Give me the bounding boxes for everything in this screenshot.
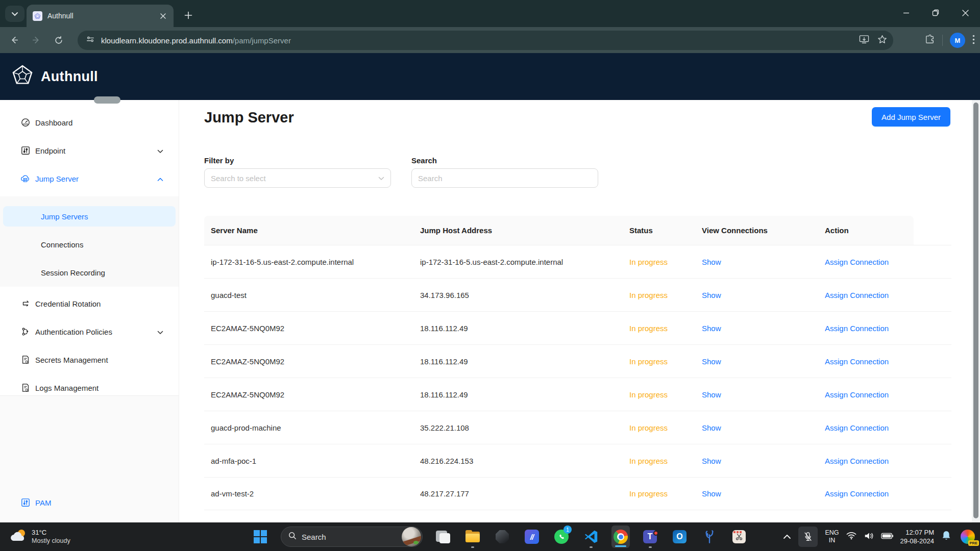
cell-jump-host-address: 48.216.224.153 [420,457,629,465]
file-protect-icon [20,355,30,365]
filter-by-label: Filter by [204,156,234,165]
show-connections-link[interactable]: Show [702,258,721,266]
browser-tab[interactable]: Authnull [27,5,174,27]
slash-app-icon[interactable]: // [523,524,541,549]
filter-select-placeholder: Search to select [211,174,378,183]
vscode-icon[interactable] [582,524,600,549]
battery-icon[interactable] [881,532,893,541]
show-connections-link[interactable]: Show [702,291,721,299]
tab-close-icon[interactable] [157,10,168,21]
sidebar-item-authentication-policies[interactable]: Authentication Policies [0,321,179,342]
sidebar-item-session-recording[interactable]: Session Recording [0,262,179,283]
language-line1: ENG [825,529,839,537]
cell-jump-host-address: 18.116.112.49 [420,390,629,399]
volume-icon[interactable] [864,532,874,542]
assign-connection-link[interactable]: Assign Connection [825,390,889,399]
coral-app-icon[interactable] [700,524,719,549]
sidebar-item-endpoint[interactable]: Endpoint [0,140,179,161]
cell-jump-host-address: 18.116.112.49 [420,357,629,366]
weather-widget[interactable]: 31°C Mostly cloudy [5,522,75,551]
app-header: Authnull [0,53,980,100]
chrome-icon[interactable] [611,525,630,548]
page-scrollbar-thumb[interactable] [973,103,978,518]
reload-button[interactable] [50,32,67,49]
forward-button[interactable] [28,32,45,49]
copilot-icon[interactable]: PRE [959,527,977,547]
filter-select[interactable]: Search to select [204,168,391,188]
snipping-tool-icon[interactable] [730,524,748,549]
assign-connection-link[interactable]: Assign Connection [825,324,889,333]
show-connections-link[interactable]: Show [702,423,721,432]
sidebar-item-jump-servers[interactable]: Jump Servers [3,206,176,227]
profile-avatar[interactable]: M [950,33,965,48]
sidebar-item-logs-management[interactable]: Logs Management [0,378,179,398]
install-app-icon[interactable] [859,35,869,46]
window-controls [891,0,980,26]
sidebar-item-credential-rotation[interactable]: Credential Rotation [0,293,179,314]
sidebar-item-jump-server[interactable]: Jump Server [0,168,179,189]
sidebar-item-secrets-management[interactable]: Secrets Management [0,349,179,370]
wifi-icon[interactable] [846,532,856,542]
start-button[interactable] [251,524,270,549]
file-explorer-icon[interactable] [463,524,482,549]
assign-connection-link[interactable]: Assign Connection [825,489,889,498]
clock[interactable]: 12:07 PM 29-08-2024 [900,528,935,545]
gem-app-icon[interactable] [493,524,511,549]
chevron-down-icon [11,9,18,18]
minimize-button[interactable] [891,0,921,26]
show-connections-link[interactable]: Show [702,457,721,465]
language-indicator[interactable]: ENG IN [825,529,839,544]
new-tab-button[interactable] [180,7,197,24]
assign-connection-link[interactable]: Assign Connection [825,291,889,299]
sidebar-item-label: Authentication Policies [35,328,112,336]
show-connections-link[interactable]: Show [702,489,721,498]
table-row: ip-172-31-16-5.us-east-2.compute.interna… [204,245,951,278]
cell-jump-host-address: 34.173.96.165 [420,291,629,299]
page-body: Dashboard Endpoint Jump Server [0,100,980,522]
show-connections-link[interactable]: Show [702,357,721,366]
browser-menu-icon[interactable] [972,35,975,46]
assign-connection-link[interactable]: Assign Connection [825,258,889,266]
task-view-icon[interactable] [434,524,452,549]
cell-server-name: guacd-test [211,291,420,299]
toolbar-separator [942,35,943,46]
cell-server-name: EC2AMAZ-5NQ0M92 [211,324,420,333]
language-line2: IN [825,537,839,544]
notification-bell-icon[interactable] [941,530,951,543]
show-connections-link[interactable]: Show [702,324,721,333]
microphone-muted-icon[interactable] [798,527,818,547]
search-input[interactable] [418,174,592,183]
pam-control-icon [20,498,30,508]
url-bar[interactable]: kloudlearn.kloudone.prod.authnull.com/pa… [78,31,893,50]
sidebar-item-dashboard[interactable]: Dashboard [0,112,179,133]
sidebar-item-pam[interactable]: PAM [0,492,179,513]
assign-connection-link[interactable]: Assign Connection [825,357,889,366]
page-scrollbar[interactable] [972,100,980,522]
whatsapp-icon[interactable]: 1 [552,524,571,549]
show-connections-link[interactable]: Show [702,390,721,399]
site-settings-icon[interactable] [86,35,95,46]
cell-server-name: ad-mfa-poc-1 [211,457,420,465]
cell-server-name: guacd-prod-machine [211,423,420,432]
browser-tab-strip: Authnull [0,0,980,27]
teams-icon[interactable]: T [641,524,659,549]
tray-chevron-up-icon[interactable] [783,532,791,541]
add-jump-server-button[interactable]: Add Jump Server [872,107,950,127]
chevron-down-icon [157,328,163,336]
extensions-icon[interactable] [925,34,935,46]
table-row: EC2AMAZ-5NQ0M92 18.116.112.49 In progres… [204,344,951,378]
close-window-button[interactable] [950,0,980,26]
restore-button[interactable] [921,0,950,26]
assign-connection-link[interactable]: Assign Connection [825,457,889,465]
bookmark-star-icon[interactable] [877,35,887,46]
tab-search-button[interactable] [5,6,24,22]
url-text[interactable]: kloudlearn.kloudone.prod.authnull.com/pa… [101,36,859,45]
assign-connection-link[interactable]: Assign Connection [825,423,889,432]
taskbar-search[interactable]: Search [281,527,423,547]
search-field[interactable] [411,168,598,188]
search-highlight-image[interactable] [402,527,421,546]
outlook-icon[interactable]: O [671,524,689,549]
clock-date: 29-08-2024 [900,537,935,545]
sidebar-item-connections[interactable]: Connections [0,234,179,255]
back-button[interactable] [5,32,22,49]
